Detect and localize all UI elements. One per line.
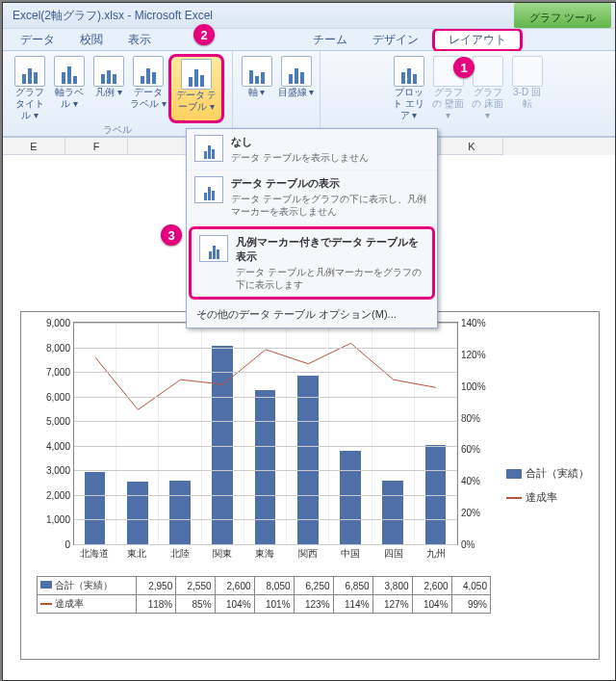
callout-1: 1 [453, 57, 475, 78]
legend-bar: 合計（実績） [506, 466, 593, 481]
menu-more-options[interactable]: その他のデータ テーブル オプション(M)... [187, 301, 437, 327]
data-label-button[interactable]: データ ラベル ▾ [129, 54, 167, 123]
gridlines-button[interactable]: 目盛線 ▾ [277, 54, 316, 100]
titlebar: Excel(2軸グラフ).xlsx - Microsoft Excel グラフ … [3, 3, 615, 29]
menu-none[interactable]: なしデータ テーブルを表示しません [187, 129, 437, 170]
plot-area-button[interactable]: プロット エリア ▾ [390, 54, 428, 123]
callout-2: 2 [193, 24, 215, 45]
menu-show-table-with-keys[interactable]: 凡例マーカー付きでデータ テーブルを表示データ テーブルと凡例マーカーをグラフの… [189, 226, 435, 300]
menu-none-icon [194, 135, 223, 162]
plot-area: 01,0002,0003,0004,0005,0006,0007,0008,00… [73, 322, 458, 545]
tab-view[interactable]: 表示 [116, 29, 163, 51]
tab-team[interactable]: チーム [301, 29, 359, 51]
gridlines-icon [281, 56, 312, 87]
line-series [74, 323, 457, 544]
tab-layout[interactable]: レイアウト [432, 28, 523, 52]
axis-label-button[interactable]: 軸ラベル ▾ [50, 54, 89, 123]
legend-icon [93, 56, 124, 87]
legend-button[interactable]: 凡例 ▾ [90, 54, 128, 123]
chart-tools-tab: グラフ ツール [514, 3, 611, 28]
callout-3: 3 [161, 224, 182, 246]
menu-show-table-with-keys-icon [199, 235, 228, 262]
chart-title-button[interactable]: グラフ タイトル ▾ [11, 54, 49, 123]
chart-title-icon [14, 56, 45, 87]
tab-design[interactable]: デザイン [361, 29, 430, 51]
legend: 合計（実績） 達成率 [506, 312, 599, 659]
window-title: Excel(2軸グラフ).xlsx - Microsoft Excel [13, 9, 213, 22]
data-table-icon [181, 59, 212, 90]
data-table-button[interactable]: データ テーブル ▾ [168, 54, 224, 123]
data-label-icon [133, 56, 164, 87]
x-axis: 北海道東北北陸関東東海関西中国四国九州 [73, 545, 458, 574]
axis-icon [242, 56, 272, 87]
axis-button[interactable]: 軸 ▾ [238, 54, 276, 100]
menu-show-table[interactable]: データ テーブルの表示データ テーブルをグラフの下に表示し、凡例マーカーを表示し… [187, 170, 437, 224]
legend-line: 達成率 [506, 490, 593, 505]
plot-area-icon [394, 56, 424, 87]
axis-label-icon [54, 56, 85, 87]
ribbon-tabs: データ 校閲 表示 チーム デザイン レイアウト [3, 29, 615, 51]
menu-show-table-icon [194, 176, 223, 203]
chart: 01,0002,0003,0004,0005,0006,0007,0008,00… [20, 311, 600, 660]
data-table-menu: なしデータ テーブルを表示しません データ テーブルの表示データ テーブルをグラ… [186, 128, 438, 328]
tab-review[interactable]: 校閲 [68, 29, 115, 51]
ribbon: グラフ タイトル ▾ 軸ラベル ▾ 凡例 ▾ データ ラベル ▾ データ テーブ… [3, 51, 615, 137]
rotate-3d-icon [512, 56, 543, 87]
tab-data[interactable]: データ [9, 29, 66, 51]
chart-floor-icon [473, 56, 503, 87]
rotate-3d-button: 3-D 回転 [508, 54, 547, 123]
data-table: 合計（実績）2,9502,5502,6008,0506,2506,8503,80… [37, 576, 491, 614]
